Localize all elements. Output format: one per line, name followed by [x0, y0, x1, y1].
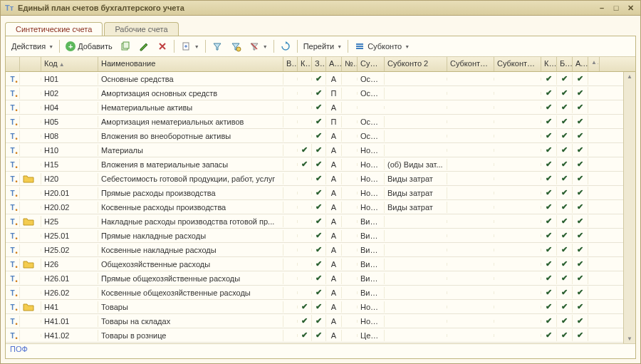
col-v[interactable]: В...: [283, 57, 298, 71]
grid-body[interactable]: ТН01Основные средства✔АОсн...✔✔✔ТН02Амор…: [6, 72, 623, 343]
cell-au: ✔: [573, 215, 588, 227]
cell-au: ✔: [573, 272, 588, 284]
cell-code: Н41.01: [41, 316, 98, 327]
cell-ku: ✔: [541, 329, 557, 341]
table-row[interactable]: ТН02Амортизация основных средств✔ПОсн...…: [6, 86, 623, 100]
col-folder[interactable]: [20, 57, 41, 71]
tab-synthetic[interactable]: Синтетические счета: [5, 22, 103, 36]
table-row[interactable]: ТН26Общехозяйственные расходы✔АВид...✔✔✔: [6, 257, 623, 271]
cell-au: ✔: [573, 87, 588, 99]
col-sub4[interactable]: Субконто 4: [494, 57, 541, 71]
cell-sub2: Виды затрат: [385, 202, 447, 213]
table-row[interactable]: ТН10Материалы✔✔АНом...✔✔✔: [6, 143, 623, 157]
col-bu[interactable]: БУ: [557, 57, 573, 71]
cell-au: ✔: [573, 229, 588, 241]
cell-k: [298, 277, 312, 280]
col-code[interactable]: Код▲: [41, 57, 98, 71]
close-button[interactable]: ✕: [625, 3, 636, 13]
cell-sub4: [494, 320, 541, 323]
cell-k: ✔: [298, 315, 312, 327]
table-row[interactable]: ТН41Товары✔✔АНом...✔✔✔: [6, 300, 623, 314]
separator: [59, 40, 60, 53]
cell-bu: ✔: [557, 329, 573, 341]
cell-name: Накладные расходы производства готовой п…: [98, 216, 283, 227]
cell-z: ✔: [312, 315, 326, 327]
scroll-down-icon[interactable]: ▼: [627, 334, 632, 343]
status-bar: ПОФ: [6, 343, 635, 358]
minimize-button[interactable]: –: [596, 3, 608, 13]
cell-v: [283, 249, 298, 251]
table-row[interactable]: ТН04Нематериальные активы✔А✔✔✔: [6, 100, 623, 115]
table-row[interactable]: ТН20Себестоимость готовой продукции, раб…: [6, 172, 623, 186]
col-name[interactable]: Наименование: [98, 57, 283, 71]
cell-name: Общехозяйственные расходы: [98, 259, 283, 270]
table-row[interactable]: ТН41.01Товары на складах✔✔АНом...✔✔✔: [6, 314, 623, 328]
cell-sub1: [358, 106, 385, 109]
table-row[interactable]: ТН05Амортизация нематериальных активов✔П…: [6, 115, 623, 129]
table-row[interactable]: ТН26.02Косвенные общехозяйственные расхо…: [6, 286, 623, 300]
edit-button[interactable]: [135, 39, 152, 53]
cell-sub2: [385, 135, 447, 137]
add-button[interactable]: +Добавить: [63, 39, 115, 53]
cell-z: ✔: [312, 244, 326, 256]
cell-k: [298, 220, 312, 223]
cell-ku: ✔: [541, 286, 557, 298]
filter2-button[interactable]: [227, 39, 244, 53]
goto-menu[interactable]: Перейти▼: [301, 39, 345, 53]
refresh-button[interactable]: [277, 39, 294, 53]
cell-bu: ✔: [557, 172, 573, 184]
refresh-icon: [280, 41, 291, 52]
table-row[interactable]: ТН20.02Косвенные расходы производства✔АН…: [6, 200, 623, 214]
move-button[interactable]: ▼: [177, 39, 202, 53]
col-scroll-head[interactable]: ▲: [588, 57, 600, 71]
cell-sub1: Осн...: [358, 130, 385, 142]
cell-n: [342, 163, 358, 166]
col-sub3[interactable]: Субконто 3: [447, 57, 494, 71]
col-icon[interactable]: [6, 57, 20, 71]
delete-button[interactable]: [154, 39, 171, 53]
cell-sub3: [447, 334, 494, 337]
actions-menu[interactable]: Действия▼: [9, 39, 56, 53]
subkonto-menu[interactable]: Субконто▼: [351, 39, 412, 53]
col-n[interactable]: №..: [342, 57, 358, 71]
col-a[interactable]: А...: [326, 57, 342, 71]
cell-au: ✔: [573, 258, 588, 270]
table-row[interactable]: ТН26.01Прямые общехозяйственные расходы✔…: [6, 271, 623, 286]
table-row[interactable]: ТН25Накладные расходы производства готов…: [6, 214, 623, 229]
col-sub1[interactable]: Суб...: [358, 57, 385, 71]
scroll-up-icon[interactable]: ▲: [627, 72, 632, 81]
filter-off-button[interactable]: ▼: [246, 39, 271, 53]
cell-a: А: [326, 145, 342, 156]
table-row[interactable]: ТН01Основные средства✔АОсн...✔✔✔: [6, 72, 623, 86]
maximize-button[interactable]: □: [610, 3, 622, 13]
panel: Действия▼ +Добавить ▼ ▼ Перейти▼ Субконт…: [5, 36, 636, 359]
cell-sub3: [447, 92, 494, 95]
window: Тт Единый план счетов бухгалтерского уче…: [0, 0, 641, 364]
scrollbar[interactable]: ▲ ▼: [623, 72, 635, 343]
sort-icon: ▲: [59, 61, 65, 68]
cell-z: ✔: [312, 215, 326, 227]
col-ku[interactable]: КУ: [541, 57, 557, 71]
cell-v: [283, 277, 298, 280]
cell-name: Товары в рознице: [98, 330, 283, 341]
table-row[interactable]: ТН20.01Прямые расходы производства✔АНом.…: [6, 186, 623, 200]
table-row[interactable]: ТН41.02Товары в рознице✔✔АЦен...✔✔✔: [6, 328, 623, 343]
table-row[interactable]: ТН08Вложения во внеоборотные активы✔АОсн…: [6, 129, 623, 143]
table-row[interactable]: ТН25.02Косвенные накладные расходы✔АВид.…: [6, 243, 623, 257]
cell-sub2: [385, 291, 447, 294]
cell-ku: ✔: [541, 258, 557, 270]
cell-k: ✔: [298, 301, 312, 313]
row-type-icon: Т: [10, 90, 14, 98]
cell-sub3: [447, 78, 494, 80]
col-au[interactable]: АУ: [573, 57, 588, 71]
col-k[interactable]: К...: [298, 57, 312, 71]
tab-working[interactable]: Рабочие счета: [104, 22, 178, 36]
cell-sub3: [447, 149, 494, 152]
col-z[interactable]: З...: [312, 57, 326, 71]
table-row[interactable]: ТН25.01Прямые накладные расходы✔АВид...✔…: [6, 229, 623, 243]
add-copy-button[interactable]: [117, 39, 134, 53]
filter-button[interactable]: [209, 39, 226, 53]
cell-k: [298, 92, 312, 95]
col-sub2[interactable]: Субконто 2: [385, 57, 447, 71]
table-row[interactable]: ТН15Вложения в материальные запасы✔✔АНом…: [6, 157, 623, 172]
